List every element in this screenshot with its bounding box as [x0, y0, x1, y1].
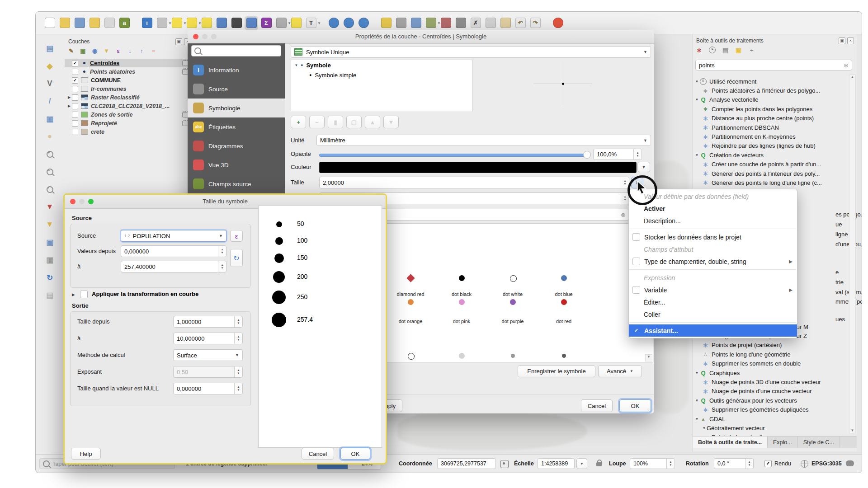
source-field-combo[interactable]: 1.2 POPULATION ▼	[121, 230, 226, 242]
menu-item-coller[interactable]: Coller	[629, 308, 797, 320]
zoom-in-icon[interactable]: +	[43, 147, 57, 161]
symbol-tree-root[interactable]: Symbole	[306, 62, 330, 69]
layer-row[interactable]: ✓Centroïdes	[65, 59, 193, 67]
symbol-preset-gray[interactable]	[408, 353, 415, 360]
tree-group[interactable]: ▼QCréation de vecteurs	[694, 150, 849, 160]
menu-item-champs-d-attribut[interactable]: Champs d'attribut	[629, 243, 797, 255]
crs-globe-icon[interactable]	[801, 460, 808, 468]
messages-bubble-icon[interactable]	[846, 460, 854, 466]
opacity-slider[interactable]	[319, 154, 588, 157]
bookmark-new-icon[interactable]: ▼	[43, 218, 57, 231]
new-feather-layer-icon[interactable]: /	[43, 94, 57, 108]
deselect-icon[interactable]: ▼	[185, 16, 198, 30]
render-checkbox[interactable]: ✓	[764, 460, 772, 467]
paste-icon[interactable]	[499, 16, 512, 30]
select-rectangle-icon[interactable]: ▼	[170, 16, 184, 30]
tree-group[interactable]: ▼QGraphiques	[694, 368, 849, 377]
stepper-up[interactable]: ▲	[748, 460, 751, 464]
layer-row[interactable]: Reprojeté	[65, 119, 193, 127]
save-symbol-button[interactable]: Enregistrer le symbole	[518, 365, 595, 377]
expander-icon[interactable]: ▶	[72, 292, 75, 297]
select-by-value-icon[interactable]	[200, 16, 213, 30]
web-globe-1-icon[interactable]	[327, 16, 340, 30]
tab-explo-[interactable]: Explo...	[768, 436, 798, 448]
manage-visibility-icon[interactable]: ◉	[91, 47, 99, 55]
crs-label[interactable]: EPSG:3035	[811, 460, 842, 467]
tree-group[interactable]: ▼Géotraitement vecteur	[694, 423, 849, 432]
help-button[interactable]: Help	[71, 448, 101, 460]
ok-button[interactable]: OK	[619, 399, 651, 412]
scroll-down-icon[interactable]: ▼	[645, 354, 652, 361]
text-annotation-icon[interactable]: T▼	[304, 16, 318, 30]
menu-item-assistant-[interactable]: ✓Assistant...	[629, 324, 797, 337]
clear-filter-icon[interactable]: ⊗	[621, 211, 626, 218]
zoom-layer-icon[interactable]: ▣	[43, 235, 57, 249]
new-script-icon[interactable]: ∗	[695, 46, 703, 54]
dropdown-caret-icon[interactable]: ▼	[317, 21, 321, 25]
tree-item[interactable]: ∗Points de projet (cartésien)	[694, 341, 849, 350]
move-up-button[interactable]: ▲	[365, 116, 380, 128]
attribute-table-icon[interactable]	[215, 16, 228, 30]
expander-icon[interactable]: ▼	[294, 63, 299, 67]
sidebar-item-information[interactable]: iInformation	[188, 61, 285, 80]
web-globe-3-icon[interactable]	[357, 16, 370, 30]
tree-item[interactable]: ∗Générer des points à l'intérieur des po…	[694, 169, 849, 178]
collapse-all-icon[interactable]: ↑	[138, 47, 146, 55]
menu-item-expression[interactable]: Expression	[629, 272, 797, 284]
zoom-full-icon[interactable]: ▫	[43, 183, 57, 196]
layer-row[interactable]: crete	[65, 127, 193, 136]
layer-checkbox[interactable]	[72, 94, 78, 101]
toolbox-scrollbar[interactable]: ▲ ▼	[849, 74, 856, 433]
symbol-preset-dot-white[interactable]	[510, 275, 517, 282]
symbol-preset-gray[interactable]	[562, 354, 566, 358]
tree-item[interactable]: ∗Points aléatoires à l'intérieur des pol…	[694, 86, 849, 95]
statistics-icon[interactable]	[230, 16, 243, 30]
results-viewer-icon[interactable]: ▤	[722, 46, 729, 54]
tree-item[interactable]: ∗Créer une couche de points à partir d'u…	[694, 160, 849, 169]
layer-checkbox[interactable]	[72, 120, 78, 127]
symbol-tree-child[interactable]: Symbole simple	[315, 72, 356, 79]
layer-expander-icon[interactable]: ▶	[66, 104, 72, 108]
web-globe-2-icon[interactable]	[342, 16, 355, 30]
stepper-icon[interactable]: ▲▼	[234, 383, 242, 394]
sidebar-item--tiquettes[interactable]: abcÉtiquettes	[188, 117, 285, 136]
stepper-icon[interactable]: ▲▼	[621, 193, 629, 204]
plugin-bird-icon[interactable]	[551, 16, 565, 30]
symbol-preset-dot-purple[interactable]	[510, 299, 516, 305]
remove-layer-icon[interactable]: −	[150, 47, 157, 55]
symbol-preset-dot-red[interactable]	[561, 299, 567, 305]
undo-icon[interactable]: ↶	[514, 16, 527, 30]
toolbox-search-input[interactable]: points ⊗	[695, 60, 852, 70]
exponent-spinbox[interactable]: 0,50 ▲▼	[173, 366, 243, 378]
menu-item-checkbox[interactable]	[632, 233, 640, 241]
tree-item[interactable]: ∗Partitionnement DBSCAN	[694, 123, 849, 132]
scale-dropdown-button[interactable]: ▼	[576, 458, 587, 469]
magnifier-spinbox[interactable]: 100%▲▼	[630, 458, 675, 469]
cancel-button[interactable]: Cancel	[581, 399, 613, 412]
new-geopackage-icon[interactable]: ◆	[43, 59, 57, 73]
tab-bo-te-outils-de-traite-[interactable]: Boîte à outils de traite...	[693, 436, 768, 448]
values-from-spinbox[interactable]: 0,000000 ▲▼	[121, 245, 226, 257]
stepper-icon[interactable]: ▲▼	[234, 316, 242, 327]
stepper-icon[interactable]: ▲▼	[633, 149, 642, 160]
bookmark-icon[interactable]: ▼	[43, 200, 57, 214]
dialog-titlebar[interactable]: Propriétés de la couche - Centroïdes | S…	[188, 30, 654, 44]
unit-combo[interactable]: Millimètre ▼	[316, 135, 651, 146]
layer-checkbox[interactable]	[72, 86, 78, 92]
lock-scale-icon[interactable]	[596, 462, 602, 466]
sidebar-item-vue-3d[interactable]: Vue 3D	[188, 155, 285, 174]
color-button[interactable]	[319, 162, 637, 173]
size-from-spinbox[interactable]: 1,000000 ▲▼	[173, 316, 243, 328]
sidebar-item-champs-source[interactable]: Champs source	[188, 174, 285, 193]
expand-all-icon[interactable]: ↓	[126, 47, 134, 55]
layout-manager-icon[interactable]	[103, 16, 116, 30]
menu-item-activer[interactable]: Activer	[629, 202, 797, 215]
stepper-icon[interactable]: ▲▼	[745, 459, 753, 469]
cancel-button[interactable]: Cancel	[302, 448, 334, 460]
symbol-preset-gray[interactable]	[459, 353, 465, 359]
symbol-preset-dot-pink[interactable]	[459, 299, 465, 305]
layer-checkbox[interactable]	[72, 69, 78, 75]
tree-item[interactable]: ∗Rejoindre par des lignes (lignes de hub…	[694, 141, 849, 150]
toolbox-close-icon[interactable]: ×	[847, 38, 854, 44]
symbol-preset-dot-blue[interactable]	[561, 275, 567, 281]
